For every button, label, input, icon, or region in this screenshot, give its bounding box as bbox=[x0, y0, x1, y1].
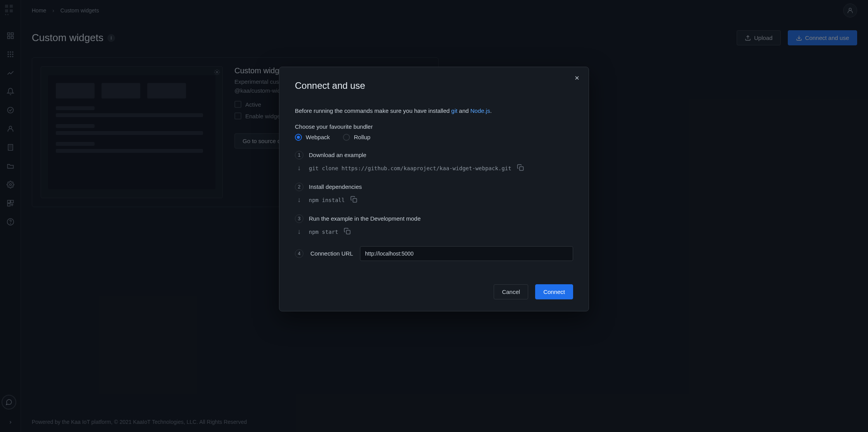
nodejs-link[interactable]: Node.js bbox=[470, 107, 490, 114]
connect-modal: Connect and use Before running the comma… bbox=[279, 67, 589, 311]
bundler-radio-group: Webpack Rollup bbox=[295, 134, 573, 141]
modal-intro-and: and bbox=[457, 107, 470, 114]
copy-icon[interactable] bbox=[350, 196, 357, 204]
cancel-button[interactable]: Cancel bbox=[494, 284, 528, 299]
arrow-down-icon: ↓ bbox=[295, 164, 303, 172]
rollup-radio-label: Rollup bbox=[354, 134, 370, 140]
step-num-3: 3 bbox=[295, 214, 303, 223]
copy-icon[interactable] bbox=[344, 228, 351, 236]
svg-rect-36 bbox=[346, 230, 350, 234]
rollup-radio[interactable]: Rollup bbox=[343, 134, 370, 141]
step-1: 1 Download an example bbox=[295, 151, 573, 159]
radio-dot-icon bbox=[295, 134, 302, 141]
cancel-button-label: Cancel bbox=[502, 289, 520, 295]
modal-intro-period: . bbox=[490, 107, 492, 114]
step-2-code-row: ↓ npm install bbox=[295, 196, 573, 204]
modal-overlay: Connect and use Before running the comma… bbox=[0, 0, 868, 432]
modal-intro-text: Before running the commands make sure yo… bbox=[295, 107, 451, 114]
step-2: 2 Install dependencies bbox=[295, 183, 573, 191]
step-4: 4 Connection URL bbox=[295, 246, 573, 261]
arrow-down-icon: ↓ bbox=[295, 196, 303, 204]
svg-rect-34 bbox=[519, 166, 523, 170]
step-3-label: Run the example in the Development mode bbox=[309, 215, 421, 222]
arrow-down-icon: ↓ bbox=[295, 228, 303, 236]
webpack-radio-label: Webpack bbox=[306, 134, 330, 140]
connect-button[interactable]: Connect bbox=[535, 284, 573, 299]
git-link[interactable]: git bbox=[451, 107, 458, 114]
copy-icon[interactable] bbox=[517, 164, 524, 173]
step-2-label: Install dependencies bbox=[309, 183, 362, 190]
webpack-radio[interactable]: Webpack bbox=[295, 134, 330, 141]
step-1-code-row: ↓ git clone https://github.com/kaaprojec… bbox=[295, 164, 573, 173]
svg-rect-35 bbox=[353, 198, 356, 202]
step-1-label: Download an example bbox=[309, 152, 366, 158]
connect-button-label: Connect bbox=[543, 289, 565, 295]
modal-footer: Cancel Connect bbox=[295, 284, 573, 299]
step-num-1: 1 bbox=[295, 151, 303, 159]
step-3-code[interactable]: npm start bbox=[309, 229, 338, 235]
modal-intro: Before running the commands make sure yo… bbox=[295, 107, 573, 116]
step-3-code-row: ↓ npm start bbox=[295, 228, 573, 236]
step-2-code[interactable]: npm install bbox=[309, 197, 345, 203]
bundler-label: Choose your favourite bundler bbox=[295, 123, 573, 130]
connection-url-input[interactable] bbox=[360, 246, 573, 261]
step-4-label: Connection URL bbox=[310, 250, 353, 257]
close-icon[interactable] bbox=[572, 73, 582, 83]
step-3: 3 Run the example in the Development mod… bbox=[295, 214, 573, 223]
step-1-code[interactable]: git clone https://github.com/kaaproject/… bbox=[309, 165, 512, 171]
modal-title: Connect and use bbox=[295, 80, 573, 91]
radio-dot-icon bbox=[343, 134, 350, 141]
step-num-4: 4 bbox=[295, 249, 303, 258]
step-num-2: 2 bbox=[295, 183, 303, 191]
